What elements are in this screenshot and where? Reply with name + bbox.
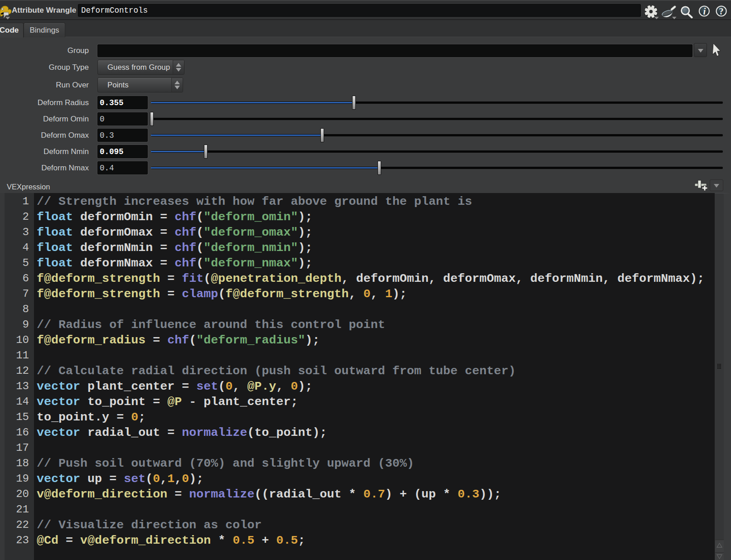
- svg-text:i: i: [703, 6, 706, 17]
- svg-text:?: ?: [719, 6, 724, 16]
